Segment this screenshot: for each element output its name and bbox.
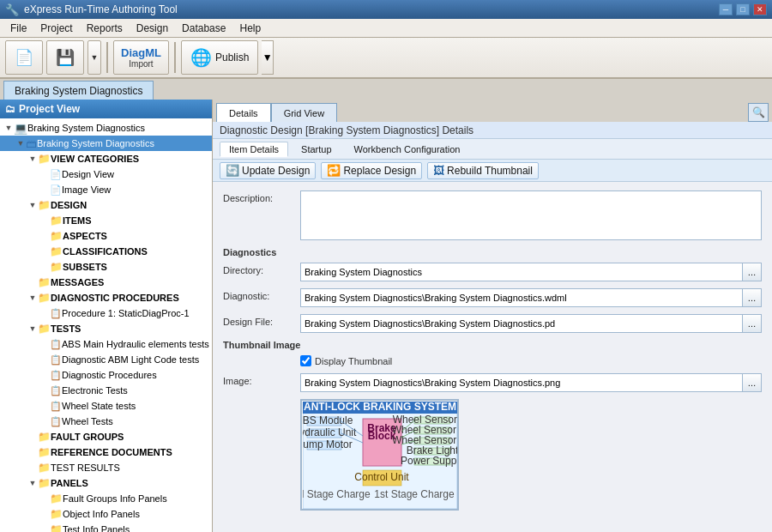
tree-label: DIAGNOSTIC PROCEDURES [51, 293, 179, 303]
svg-text:ANTI-LOCK BRAKING SYSTEM: ANTI-LOCK BRAKING SYSTEM [304, 402, 456, 413]
sub-tab-workbench[interactable]: Workbench Configuration [345, 142, 470, 157]
design-file-label: Design File: [223, 314, 300, 327]
menu-reports[interactable]: Reports [80, 21, 130, 36]
tree-label: Wheel Tests [62, 416, 113, 426]
toggle-icon[interactable]: ▼ [27, 200, 38, 210]
diagml-label: DiagML [121, 46, 161, 59]
image-browse-button[interactable]: … [743, 373, 762, 392]
tree-item-4[interactable]: 📄Design View [0, 166, 212, 182]
globe-icon: 🌐 [190, 47, 212, 68]
directory-input[interactable] [300, 263, 743, 281]
tree-item-7[interactable]: 📁ITEMS [0, 213, 212, 228]
svg-text:1st Stage Charge: 1st Stage Charge [374, 488, 455, 500]
window-controls: ─ □ ✕ [719, 3, 767, 15]
toggle-icon[interactable]: ▼ [27, 293, 38, 303]
rebuild-icon: 🖼 [433, 164, 444, 177]
action-bar: 🔄 Update Design 🔁 Replace Design 🖼 Rebui… [213, 160, 772, 182]
tree-item-15[interactable]: 📋ABS Main Hydraulic elements tests [0, 336, 212, 352]
tree-label: ASPECTS [63, 231, 107, 241]
diagnostic-input[interactable] [300, 288, 743, 307]
tree-item-3[interactable]: ▼📁VIEW CATEGORIES [0, 151, 212, 166]
image-field-group: … [300, 373, 762, 392]
tree-label: ABS Main Hydraulic elements tests [62, 339, 209, 349]
tree-item-17[interactable]: 📋Diagnostic Procedures [0, 367, 212, 383]
tree-item-20[interactable]: 📋Wheel Tests [0, 414, 212, 429]
tree-item-25[interactable]: 📁Fault Groups Info Panels [0, 491, 212, 506]
tree-item-26[interactable]: 📁Object Info Panels [0, 506, 212, 522]
thumbnail-preview: ANTI-LOCK BRAKING SYSTEM ABS Module Hydr… [300, 399, 459, 511]
tree-item-11[interactable]: 📁MESSAGES [0, 275, 212, 290]
tree-label: DESIGN [51, 200, 87, 210]
tree-item-14[interactable]: ▼📁TESTS [0, 321, 212, 336]
toggle-icon[interactable]: ▼ [27, 478, 38, 488]
tree-item-19[interactable]: 📋Wheel State tests [0, 398, 212, 414]
display-thumbnail-row: Display Thumbnail [300, 355, 762, 366]
tree-item-2[interactable]: ▼🗃Braking System Diagnostics [0, 136, 212, 151]
toggle-icon[interactable]: ▼ [27, 154, 38, 164]
update-design-button[interactable]: 🔄 Update Design [220, 162, 316, 179]
new-button[interactable]: 📄 [5, 40, 43, 75]
tree-item-23[interactable]: 📁TEST RESULTS [0, 460, 212, 475]
toggle-icon[interactable]: ▼ [15, 138, 26, 148]
toggle-icon[interactable]: ▼ [3, 123, 14, 133]
save-button[interactable]: 💾 [46, 40, 84, 75]
separator-2 [174, 42, 176, 73]
form-content: Description: Diagnostics Directory: … Di… [213, 182, 772, 532]
menu-database[interactable]: Database [175, 21, 232, 36]
diagml-import-button[interactable]: DiagML Import [113, 40, 169, 75]
tree-item-12[interactable]: ▼📁DIAGNOSTIC PROCEDURES [0, 290, 212, 305]
tree-label: Wheel State tests [62, 401, 136, 411]
rebuild-thumbnail-button[interactable]: 🖼 Rebuild Thumbnail [427, 162, 539, 179]
tree-item-27[interactable]: 📁Test Info Panels [0, 522, 212, 532]
toolbar: 📄 💾 ▼ DiagML Import 🌐 Publish ▼ [0, 38, 772, 79]
breadcrumb-text: Diagnostic Design [Braking System Diagno… [220, 124, 473, 136]
tree-label: FAULT GROUPS [51, 432, 124, 442]
tree-item-24[interactable]: ▼📁PANELS [0, 475, 212, 491]
menu-file[interactable]: File [3, 21, 33, 36]
menu-help[interactable]: Help [232, 21, 268, 36]
tree-item-22[interactable]: 📁REFERENCE DOCUMENTS [0, 444, 212, 460]
maximize-button[interactable]: □ [736, 3, 750, 15]
tree-item-9[interactable]: 📁CLASSIFICATIONS [0, 244, 212, 259]
tree-item-6[interactable]: ▼📁DESIGN [0, 197, 212, 213]
new-icon: 📄 [15, 48, 33, 67]
menu-design[interactable]: Design [130, 21, 175, 36]
publish-dropdown-button[interactable]: ▼ [262, 40, 274, 75]
menu-project[interactable]: Project [33, 21, 79, 36]
tree-label: REFERENCE DOCUMENTS [51, 447, 172, 457]
tree-item-5[interactable]: 📄Image View [0, 182, 212, 197]
tree-label: ITEMS [63, 215, 92, 226]
design-file-input[interactable] [300, 314, 743, 333]
tree-item-1[interactable]: ▼💻Braking System Diagnostics [0, 120, 212, 136]
minimize-button[interactable]: ─ [719, 3, 733, 15]
sub-tab-item-details[interactable]: Item Details [220, 142, 288, 157]
tree-item-13[interactable]: 📋Procedure 1: StaticDiagProc-1 [0, 305, 212, 321]
replace-design-button[interactable]: 🔁 Replace Design [321, 162, 422, 179]
design-file-browse-button[interactable]: … [743, 314, 762, 333]
image-input[interactable] [300, 373, 743, 392]
tree-label: Fault Groups Info Panels [63, 493, 167, 504]
tree-item-8[interactable]: 📁ASPECTS [0, 228, 212, 244]
save-dropdown-button[interactable]: ▼ [87, 40, 101, 75]
diagnostic-browse-button[interactable]: … [743, 288, 762, 307]
display-thumbnail-checkbox[interactable] [300, 355, 311, 366]
svg-text:ABS Module: ABS Module [303, 414, 353, 426]
toggle-icon[interactable]: ▼ [27, 323, 38, 334]
tab-grid-view[interactable]: Grid View [271, 103, 337, 122]
directory-browse-button[interactable]: … [743, 263, 762, 281]
tree-label: Electronic Tests [62, 385, 128, 396]
directory-field-group: … [300, 263, 762, 281]
svg-text:Control Unit: Control Unit [354, 471, 409, 483]
close-button[interactable]: ✕ [753, 3, 767, 15]
tab-details[interactable]: Details [216, 103, 271, 122]
tree-item-16[interactable]: 📋Diagnostic ABM Light Code tests [0, 352, 212, 367]
tree-item-10[interactable]: 📁SUBSETS [0, 259, 212, 275]
tree-item-18[interactable]: 📋Electronic Tests [0, 383, 212, 398]
description-label: Description: [223, 190, 300, 203]
publish-button[interactable]: 🌐 Publish [181, 40, 258, 75]
description-field[interactable] [300, 190, 762, 240]
tree-item-21[interactable]: 📁FAULT GROUPS [0, 429, 212, 444]
search-button[interactable]: 🔍 [748, 103, 769, 122]
sub-tab-startup[interactable]: Startup [292, 142, 341, 157]
doc-tab-braking[interactable]: Braking System Diagnostics [3, 81, 154, 100]
